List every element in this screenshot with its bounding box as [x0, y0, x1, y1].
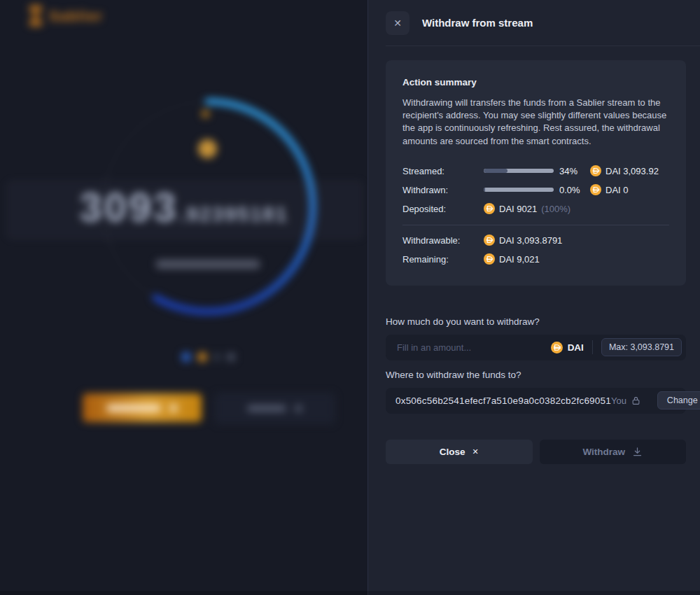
blurred-label — [247, 405, 286, 412]
withdrawn-percent: 0.0% — [559, 185, 584, 195]
stream-status-dots — [0, 352, 416, 362]
recipient-question-label: Where to withdraw the funds to? — [386, 370, 686, 380]
action-summary-heading: Action summary — [402, 77, 669, 88]
streamed-percent: 34% — [559, 166, 584, 176]
recipient-address: 0x506c56b2541efecf7a510e9a0c0382cb2fc690… — [396, 396, 611, 406]
blurred-icon — [295, 405, 302, 412]
amount-fraction: .92395181 — [179, 203, 288, 226]
download-icon — [632, 447, 643, 457]
summary-divider — [402, 225, 669, 225]
streamed-progress-bar — [484, 169, 554, 173]
status-dot-orange — [197, 352, 207, 362]
withdrawn-row: Withdrawn: 0.0% DAI 0 — [402, 181, 669, 200]
blurred-label — [106, 405, 161, 412]
deposited-percent-note: (100%) — [541, 204, 570, 214]
action-summary-card: Action summary Withdrawing will transfer… — [386, 60, 686, 286]
amount-integer: 3093 — [79, 183, 178, 230]
deposited-label: Deposited: — [402, 204, 484, 214]
amount-input-row: DAI Max: 3,093.8791 — [386, 335, 686, 360]
dai-coin-icon — [484, 253, 495, 265]
remaining-row: Remaining: DAI 9,021 — [402, 250, 669, 269]
max-button[interactable]: Max: 3,093.8791 — [601, 338, 682, 356]
dai-coin-icon — [551, 342, 563, 354]
streamed-amount: DAI 3,093.92 — [590, 165, 659, 176]
lock-icon — [631, 396, 640, 405]
bottom-edge-strip — [0, 591, 700, 595]
recipient-address-row: 0x506c56b2541efecf7a510e9a0c0382cb2fc690… — [386, 388, 686, 414]
change-address-button[interactable]: Change — [657, 391, 700, 410]
token-symbol: DAI — [568, 342, 584, 353]
amount-question-label: How much do you want to withdraw? — [386, 316, 686, 327]
you-badge: You — [611, 396, 640, 406]
withdrawable-label: Withdrawable: — [402, 235, 484, 246]
withdraw-modal: ✕ Withdraw from stream Action summary Wi… — [368, 0, 700, 595]
ring-marker-dot — [202, 110, 209, 118]
input-divider — [592, 340, 593, 354]
close-button[interactable]: Close ✕ — [386, 440, 533, 464]
dai-coin-icon — [590, 165, 601, 176]
withdrawn-progress-bar — [484, 188, 554, 192]
dai-token-icon — [198, 139, 217, 158]
modal-header: ✕ Withdraw from stream — [386, 0, 700, 46]
dai-coin-icon — [590, 184, 601, 195]
background-withdraw-button — [83, 393, 202, 422]
dai-coin-icon — [484, 203, 495, 214]
dai-coin-icon — [484, 234, 495, 246]
withdrawn-amount: DAI 0 — [590, 184, 629, 195]
streamed-row: Streamed: 34% DAI 3,093.92 — [402, 162, 669, 181]
action-summary-description: Withdrawing will transfers the funds fro… — [402, 97, 669, 148]
status-dot-grey2 — [227, 353, 235, 361]
status-dot-grey — [214, 354, 220, 360]
amount-caption-blurred — [155, 260, 260, 269]
blurred-background: Sablier 3093 .92395181 — [0, 0, 368, 595]
withdrawn-label: Withdrawn: — [402, 185, 484, 195]
close-icon: ✕ — [472, 447, 479, 456]
deposited-row: Deposited: DAI 9021 (100%) — [402, 200, 669, 218]
streamed-label: Streamed: — [402, 166, 484, 176]
amount-input[interactable] — [396, 342, 551, 354]
background-secondary-button — [215, 393, 335, 424]
withdraw-button[interactable]: Withdraw — [540, 440, 687, 464]
sablier-logo: Sablier — [29, 6, 103, 26]
deposited-amount: DAI 9021 (100%) — [484, 203, 570, 214]
close-modal-button[interactable]: ✕ — [386, 11, 410, 35]
remaining-amount: DAI 9,021 — [484, 253, 540, 265]
close-icon: ✕ — [393, 18, 402, 29]
hourglass-icon — [29, 6, 42, 26]
withdrawable-row: Withdrawable: DAI 3,093.8791 — [402, 231, 669, 250]
modal-footer: Close ✕ Withdraw — [386, 440, 686, 464]
modal-title: Withdraw from stream — [422, 17, 533, 29]
app-screen: Sablier 3093 .92395181 — [0, 0, 700, 595]
streamed-amount-display: 3093 .92395181 — [0, 183, 368, 230]
blurred-icon — [169, 404, 178, 412]
withdrawable-amount: DAI 3,093.8791 — [484, 234, 562, 246]
logo-text: Sablier — [49, 8, 103, 24]
status-dot-blue — [181, 352, 191, 362]
remaining-label: Remaining: — [402, 254, 484, 265]
